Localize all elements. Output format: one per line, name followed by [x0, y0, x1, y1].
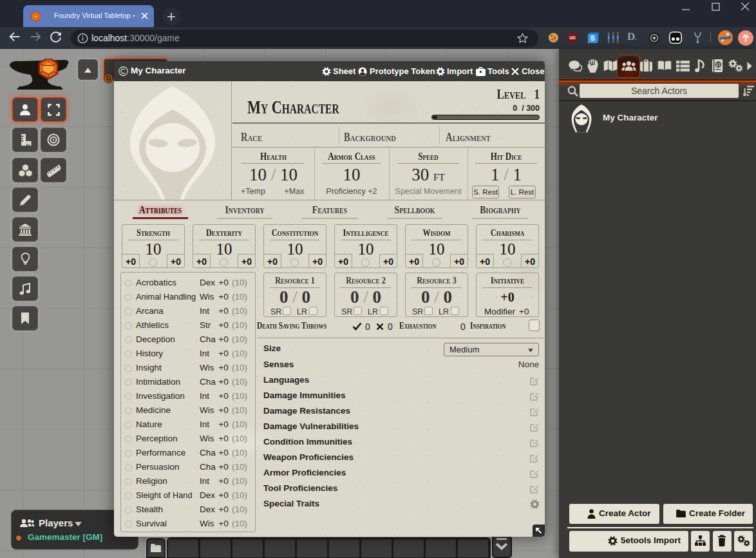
svg-text:UO: UO: [569, 35, 576, 40]
svg-text:S: S: [591, 34, 595, 42]
